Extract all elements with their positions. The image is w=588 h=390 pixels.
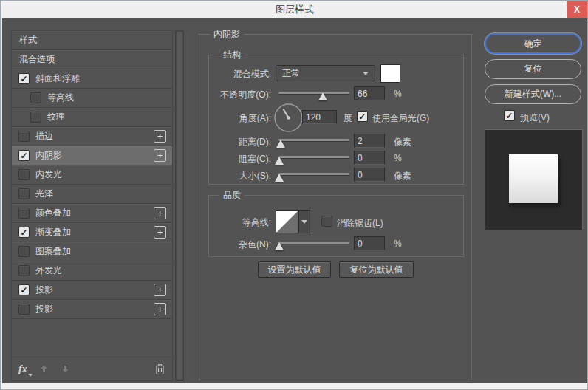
sidebar-item-样式[interactable]: 样式 [12,31,172,50]
sidebar-item-内发光[interactable]: ✓内发光 [12,165,172,185]
titlebar[interactable]: 图层样式 X [1,1,588,18]
slider-thumb[interactable] [275,157,284,165]
slider-track [278,139,349,141]
sidebar-item-光泽[interactable]: ✓光泽 [12,185,172,204]
quality-group-label: 品质 [219,189,245,202]
sidebar-item-描边[interactable]: ✓描边+ [12,127,172,146]
sidebar-item-label: 图案叠加 [35,245,71,258]
add-effect-button[interactable]: + [154,284,166,296]
contour-dropdown[interactable] [299,210,310,233]
sidebar-item-斜面和浮雕[interactable]: ✓斜面和浮雕 [12,69,172,89]
style-checkbox[interactable]: ✓ [18,284,30,295]
preview-checkbox[interactable]: ✓ [504,110,515,121]
ok-button[interactable]: 确定 [485,33,581,54]
slider-thumb[interactable] [318,92,327,100]
angle-label: 角度(A): [209,112,271,125]
reset-button[interactable]: 复位 [485,59,581,79]
blend-mode-value: 正常 [282,67,363,80]
noise-row: 杂色(N): % [209,236,463,251]
sidebar-scrollbar[interactable] [175,30,184,381]
add-effect-button[interactable]: + [154,303,166,315]
check-icon: ✓ [20,286,27,295]
angle-input[interactable] [302,110,337,124]
sidebar-item-等高线[interactable]: ✓等高线 [12,89,172,108]
sidebar-item-混合选项[interactable]: 混合选项 [12,50,172,69]
blend-mode-select[interactable]: 正常 [276,65,375,81]
slider-thumb[interactable] [276,140,285,148]
style-checkbox[interactable]: ✓ [30,112,41,123]
noise-input[interactable] [354,236,385,250]
sidebar-item-label: 描边 [35,130,53,143]
opacity-row: 不透明度(O): % [209,86,463,103]
choke-input[interactable] [354,151,385,165]
noise-slider[interactable] [278,239,349,251]
distance-unit: 像素 [394,136,411,148]
choke-slider[interactable] [278,154,349,165]
contour-row: 等高线: ✓ 消除锯齿(L) [209,209,463,234]
sidebar-item-图案叠加[interactable]: ✓图案叠加 [12,242,172,261]
blend-mode-row: 混合模式: 正常 [209,64,463,83]
sidebar-item-内阴影[interactable]: ✓内阴影+ [12,146,172,165]
style-checkbox[interactable]: ✓ [18,150,30,161]
contour-picker[interactable] [276,210,299,233]
noise-unit: % [394,239,402,249]
opacity-input[interactable] [354,86,385,100]
dialog-title: 图层样式 [1,1,588,18]
quality-group: 品质 等高线: ✓ 消除锯齿(L) 杂色(N): % [208,195,464,257]
style-checkbox[interactable]: ✓ [18,304,30,315]
delete-style-button[interactable] [154,363,165,375]
add-effect-button[interactable]: + [154,130,166,143]
style-checkbox[interactable]: ✓ [18,208,30,219]
sidebar-item-投影[interactable]: ✓投影+ [12,281,172,300]
size-input[interactable] [354,168,385,182]
move-up-button[interactable] [39,364,49,374]
style-checkbox[interactable]: ✓ [30,92,41,103]
slider-thumb[interactable] [275,242,284,250]
sidebar-item-渐变叠加[interactable]: ✓渐变叠加+ [12,223,172,242]
inner-shadow-panel: 内阴影 结构 混合模式: 正常 不透明度(O): % [199,34,472,380]
sidebar-item-外发光[interactable]: ✓外发光 [12,261,172,281]
close-button[interactable]: X [567,1,587,18]
styles-list-panel: 样式混合选项✓斜面和浮雕✓等高线✓纹理✓描边+✓内阴影+✓内发光✓光泽✓颜色叠加… [11,30,173,381]
style-checkbox[interactable]: ✓ [18,169,30,180]
close-icon: X [574,4,580,15]
style-checkbox[interactable]: ✓ [18,131,30,142]
add-effect-button[interactable]: + [154,149,166,162]
style-checkbox[interactable]: ✓ [18,265,30,276]
add-effect-button[interactable]: + [154,226,166,239]
sidebar-item-颜色叠加[interactable]: ✓颜色叠加+ [12,204,172,223]
slider-thumb[interactable] [275,174,284,182]
check-icon: ✓ [505,112,513,120]
size-slider[interactable] [278,171,349,182]
anti-alias-checkbox[interactable]: ✓ [321,216,332,227]
size-label: 大小(S): [209,170,271,182]
use-global-light-checkbox[interactable]: ✓ [357,111,368,122]
reset-default-button[interactable]: 复位为默认值 [339,261,414,278]
style-checkbox[interactable]: ✓ [18,188,30,199]
size-row: 大小(S): 像素 [209,168,463,182]
slider-track [278,242,349,244]
set-default-button[interactable]: 设置为默认值 [258,261,331,278]
anti-alias-label: 消除锯齿(L) [337,217,383,230]
sidebar-item-纹理[interactable]: ✓纹理 [12,108,172,127]
angle-dial[interactable] [273,103,304,133]
new-style-button[interactable]: 新建样式(W)... [485,84,581,104]
shadow-color-swatch[interactable] [380,64,400,83]
fx-icon: fx [18,363,27,374]
distance-input[interactable] [354,134,385,148]
scrollbar-thumb[interactable] [177,32,182,380]
check-icon: ✓ [20,151,27,160]
style-checkbox[interactable]: ✓ [18,227,30,238]
opacity-slider[interactable] [278,89,349,101]
check-icon: ✓ [20,75,27,83]
style-checkbox[interactable]: ✓ [18,73,30,84]
distance-slider[interactable] [278,137,349,148]
sidebar-item-label: 样式 [19,34,37,47]
fx-menu-button[interactable]: fx [18,363,27,375]
noise-label: 杂色(N): [209,239,271,251]
style-checkbox[interactable]: ✓ [18,246,30,257]
sidebar-item-投影[interactable]: ✓投影+ [12,300,172,319]
move-down-button[interactable] [61,364,70,374]
add-effect-button[interactable]: + [154,207,166,219]
use-global-light-label: 使用全局光(G) [372,112,429,125]
